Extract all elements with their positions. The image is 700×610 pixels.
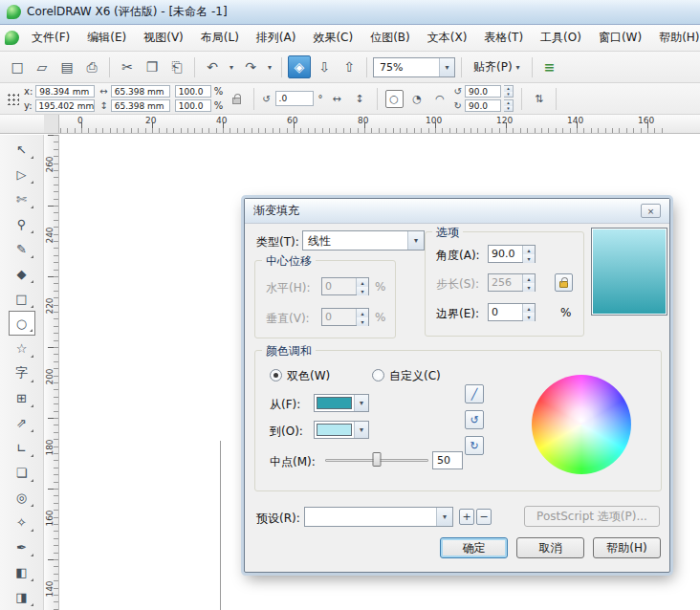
mirror-horizontal-icon[interactable]: ↔ — [328, 90, 346, 108]
change-direction-icon[interactable]: ⇅ — [530, 90, 548, 108]
ellipse-tool[interactable]: ○ — [9, 311, 35, 336]
menu-window[interactable]: 窗口(W) — [590, 25, 650, 51]
redo-icon[interactable]: ↷ — [239, 55, 262, 78]
new-document-icon[interactable]: □ — [6, 55, 29, 78]
from-color-picker[interactable]: ▾ — [314, 394, 369, 412]
undo-dropdown-icon[interactable]: ▾ — [226, 55, 237, 78]
text-tool[interactable]: 字 — [9, 360, 35, 385]
menu-help[interactable]: 帮助(H) — [650, 25, 700, 51]
blend-counterclockwise-icon[interactable]: ↺ — [465, 410, 484, 429]
blend-clockwise-icon[interactable]: ↻ — [465, 436, 484, 455]
spinner-arrows[interactable]: ▴▾ — [522, 304, 535, 320]
contour-tool[interactable]: ◎ — [9, 485, 35, 510]
chevron-down-icon[interactable]: ▾ — [439, 58, 454, 76]
spinner-arrows[interactable]: ▴▾ — [522, 246, 535, 262]
menu-arrange[interactable]: 排列(A) — [248, 25, 305, 51]
menu-table[interactable]: 表格(T) — [475, 25, 532, 51]
dimension-tool[interactable]: ⇗ — [9, 410, 35, 435]
menu-bitmaps[interactable]: 位图(B) — [361, 25, 419, 51]
midpoint-slider-thumb[interactable] — [373, 452, 382, 467]
two-color-radio[interactable] — [270, 369, 282, 381]
fill-tool[interactable]: ◧ — [9, 559, 35, 584]
blend-direct-path-icon[interactable]: ╱ — [465, 384, 484, 403]
pie-mode-icon[interactable]: ◔ — [408, 90, 427, 108]
chevron-down-icon[interactable]: ▾ — [354, 422, 368, 438]
print-icon[interactable]: ⎙ — [80, 55, 103, 78]
pick-tool[interactable]: ↖ — [9, 137, 35, 162]
outline-pen-tool[interactable]: ✒ — [9, 534, 35, 559]
help-button[interactable]: 帮助(H) — [593, 537, 661, 558]
smart-fill-tool[interactable]: ◆ — [9, 261, 35, 286]
zoom-level-combo[interactable]: 75% ▾ — [373, 57, 455, 77]
polygon-tool[interactable]: ☆ — [9, 336, 35, 360]
object-height-field[interactable]: 65.398 mm — [111, 99, 170, 112]
menu-effects[interactable]: 效果(C) — [304, 25, 361, 51]
crop-tool[interactable]: ✄ — [9, 186, 35, 211]
add-preset-button[interactable]: + — [459, 509, 474, 525]
ok-button[interactable]: 确定 — [440, 537, 508, 558]
steps-lock-icon[interactable] — [555, 273, 573, 292]
application-menu-icon[interactable] — [5, 31, 19, 45]
custom-label[interactable]: 自定义(C) — [389, 368, 441, 384]
angle-spinner[interactable]: 90.0 ▴▾ — [488, 245, 536, 263]
lock-ratio-icon[interactable] — [228, 90, 246, 108]
close-icon[interactable]: × — [641, 204, 661, 218]
copy-icon[interactable]: ❐ — [141, 55, 164, 78]
zoom-tool[interactable]: ⚲ — [9, 211, 35, 236]
to-color-picker[interactable]: ▾ — [314, 421, 369, 439]
shadow-tool[interactable]: ❏ — [9, 460, 35, 485]
arc-mode-icon[interactable]: ◠ — [431, 90, 449, 108]
rotation-angle-field[interactable]: .0 — [275, 91, 314, 106]
menu-text[interactable]: 文本(X) — [419, 25, 476, 51]
snap-to-dropdown[interactable]: 贴齐(P) ▾ — [468, 59, 526, 76]
scale-x-field[interactable]: 100.0 — [175, 85, 211, 98]
custom-radio[interactable] — [372, 369, 384, 381]
midpoint-value-field[interactable]: 50 — [432, 451, 463, 469]
chevron-down-icon[interactable]: ▾ — [354, 395, 368, 411]
horizontal-ruler[interactable]: 0 20 40 60 80 100 120 140 160 — [44, 115, 700, 134]
midpoint-slider[interactable] — [325, 451, 428, 468]
menu-file[interactable]: 文件(F) — [23, 25, 78, 51]
dialog-titlebar[interactable]: 渐变填充 × — [245, 199, 669, 224]
freehand-tool[interactable]: ✎ — [9, 236, 35, 261]
redo-dropdown-icon[interactable]: ▾ — [264, 55, 275, 78]
welcome-screen-icon[interactable]: ◈ — [288, 55, 311, 78]
ellipse-mode-icon[interactable]: ○ — [385, 90, 404, 108]
x-position-field[interactable]: 98.394 mm — [35, 85, 95, 98]
two-color-label[interactable]: 双色(W) — [287, 368, 330, 384]
cancel-button[interactable]: 取消 — [516, 537, 584, 558]
scale-y-field[interactable]: 100.0 — [175, 99, 211, 112]
undo-icon[interactable]: ↶ — [201, 55, 224, 78]
chevron-down-icon[interactable]: ▾ — [407, 231, 424, 250]
chevron-down-icon[interactable]: ▾ — [436, 508, 452, 526]
window-titlebar[interactable]: CorelDRAW X6 (评估版) - [未命名 -1] — [0, 0, 700, 25]
options-icon[interactable]: ≡ — [538, 55, 561, 78]
menu-tools[interactable]: 工具(O) — [532, 25, 590, 51]
connector-tool[interactable]: ∟ — [9, 435, 35, 460]
interactive-fill-tool[interactable]: ◨ — [9, 584, 35, 609]
presets-combo[interactable]: ▾ — [304, 507, 453, 527]
menu-layout[interactable]: 布局(L) — [192, 25, 248, 51]
import-icon[interactable]: ⇩ — [313, 55, 336, 78]
object-width-field[interactable]: 65.398 mm — [111, 85, 170, 98]
eyedropper-tool[interactable]: ✧ — [9, 510, 35, 534]
rectangle-tool[interactable]: □ — [9, 286, 35, 311]
export-icon[interactable]: ⇧ — [338, 55, 361, 78]
end-angle-spinner[interactable]: ▴▾ — [504, 99, 514, 112]
mirror-vertical-icon[interactable]: ↕ — [351, 90, 369, 108]
ruler-origin-corner[interactable] — [44, 115, 59, 134]
shape-tool[interactable]: ▷ — [9, 162, 35, 186]
menu-edit[interactable]: 编辑(E) — [78, 25, 135, 51]
object-position-grid-icon[interactable] — [6, 92, 19, 105]
vertical-ruler[interactable]: 260 240 220 200 180 160 140 — [44, 135, 59, 610]
edge-pad-spinner[interactable]: 0 ▴▾ — [488, 303, 536, 321]
end-angle-field[interactable]: 90.0 — [465, 99, 501, 112]
color-wheel[interactable] — [532, 375, 631, 474]
paste-icon[interactable]: ⎗ — [165, 55, 188, 78]
start-angle-spinner[interactable]: ▴▾ — [504, 85, 514, 98]
y-position-field[interactable]: 195.402 mm — [35, 99, 95, 112]
save-icon[interactable]: ▤ — [55, 55, 78, 78]
open-icon[interactable]: ▱ — [31, 55, 54, 78]
gradient-type-combo[interactable]: 线性 ▾ — [302, 230, 425, 251]
cut-icon[interactable]: ✂ — [116, 55, 139, 78]
